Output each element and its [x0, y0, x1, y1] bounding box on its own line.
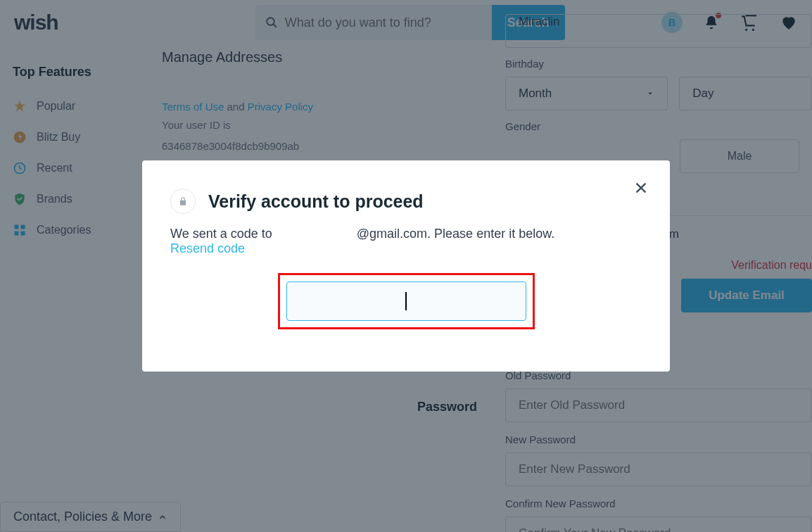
modal-text: We sent a code to @gmail.com. Please ent… [170, 227, 554, 241]
modal-overlay: Verify account to proceed We sent a code… [0, 0, 812, 532]
verify-modal: Verify account to proceed We sent a code… [142, 160, 670, 372]
modal-title: Verify account to proceed [208, 191, 424, 212]
verification-code-input[interactable] [286, 281, 526, 321]
text-cursor [405, 292, 407, 310]
resend-code-link[interactable]: Resend code [170, 241, 245, 255]
close-button[interactable] [633, 180, 649, 196]
lock-icon [170, 189, 196, 214]
code-input-highlight [278, 273, 535, 329]
close-icon [633, 180, 649, 196]
